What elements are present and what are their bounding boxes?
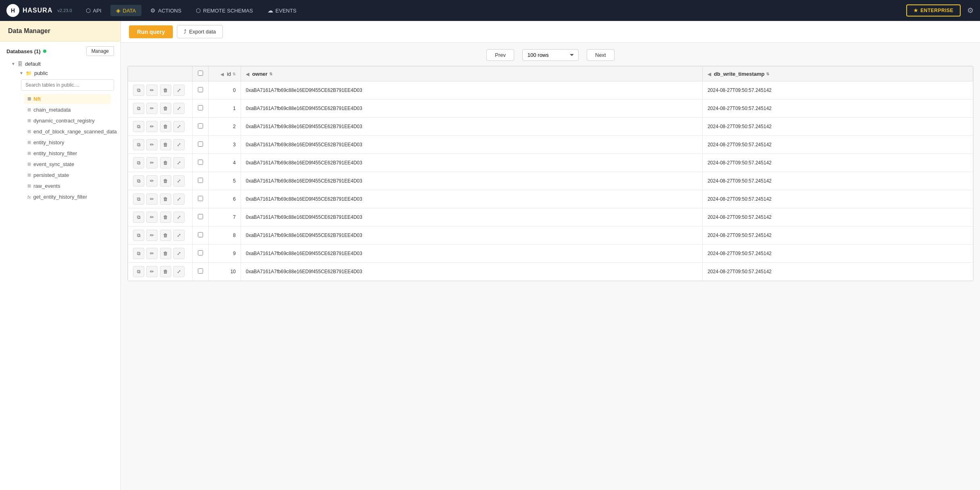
- table-item-chain-metadata[interactable]: ⊞ chain_metadata: [24, 105, 111, 115]
- manage-button[interactable]: Manage: [86, 46, 114, 56]
- clone-button[interactable]: ⧉: [133, 248, 144, 259]
- row-checkbox[interactable]: [198, 160, 203, 165]
- edit-button[interactable]: ✏: [146, 193, 158, 205]
- expand-button[interactable]: ⤢: [173, 85, 185, 96]
- delete-button[interactable]: 🗑: [160, 139, 171, 150]
- delete-button[interactable]: 🗑: [160, 193, 171, 205]
- expand-button[interactable]: ⤢: [173, 121, 185, 132]
- delete-button[interactable]: 🗑: [160, 266, 171, 277]
- main-layout: Data Manager Databases (1) Manage ▼ 🗄 de…: [0, 21, 980, 490]
- tree-item-public[interactable]: ▼ 📁 public: [8, 69, 112, 78]
- table-body: ⧉ ✏ 🗑 ⤢ 0 0xaBA7161A7fb69c88e16ED9f455CE…: [128, 81, 973, 281]
- edit-button[interactable]: ✏: [146, 266, 158, 277]
- row-checkbox[interactable]: [198, 178, 203, 183]
- expand-button[interactable]: ⤢: [173, 266, 185, 277]
- table-item-nft[interactable]: ⊞ Nft: [24, 94, 111, 104]
- delete-button[interactable]: 🗑: [160, 85, 171, 96]
- clone-button[interactable]: ⧉: [133, 193, 144, 205]
- expand-button[interactable]: ⤢: [173, 175, 185, 187]
- row-id: 2: [209, 118, 241, 136]
- clone-button[interactable]: ⧉: [133, 103, 144, 114]
- edit-button[interactable]: ✏: [146, 248, 158, 259]
- expand-button[interactable]: ⤢: [173, 212, 185, 223]
- clone-button[interactable]: ⧉: [133, 175, 144, 187]
- delete-button[interactable]: 🗑: [160, 230, 171, 241]
- delete-button[interactable]: 🗑: [160, 103, 171, 114]
- table-item-persisted-state[interactable]: ⊞ persisted_state: [24, 170, 111, 180]
- chevron-down-icon: ▼: [11, 62, 15, 66]
- edit-button[interactable]: ✏: [146, 85, 158, 96]
- row-db-write-timestamp: 2024-08-27T09:50:57.245142: [702, 226, 973, 245]
- clone-button[interactable]: ⧉: [133, 85, 144, 96]
- nav-api[interactable]: ⬡ API: [80, 5, 107, 16]
- table-header: ◀ id ⇅ ◀ owner ⇅: [128, 66, 973, 81]
- nav-data[interactable]: ◈ DATA: [110, 5, 142, 16]
- table-item-entity-history-filter[interactable]: ⊞ entity_history_filter: [24, 148, 111, 158]
- table-item-entity-history[interactable]: ⊞ entity_history: [24, 137, 111, 147]
- select-all-checkbox[interactable]: [198, 71, 203, 76]
- th-db-write-timestamp[interactable]: ◀ db_write_timestamp ⇅: [702, 66, 973, 81]
- table-item-end-of-block[interactable]: ⊞ end_of_block_range_scanned_data: [24, 127, 111, 137]
- row-checkbox[interactable]: [198, 250, 203, 255]
- search-input[interactable]: [21, 79, 114, 91]
- table-item-get-entity-history-filter[interactable]: fx get_entity_history_filter: [24, 192, 111, 202]
- prev-button[interactable]: Prev: [486, 49, 514, 61]
- edit-button[interactable]: ✏: [146, 175, 158, 187]
- expand-button[interactable]: ⤢: [173, 193, 185, 205]
- expand-button[interactable]: ⤢: [173, 248, 185, 259]
- row-id: 0: [209, 81, 241, 100]
- row-checkbox[interactable]: [198, 105, 203, 110]
- tree-item-default[interactable]: ▼ 🗄 default: [8, 59, 112, 69]
- edit-button[interactable]: ✏: [146, 230, 158, 241]
- nav-remote-schemas[interactable]: ⬡ REMOTE SCHEMAS: [190, 5, 259, 16]
- clone-button[interactable]: ⧉: [133, 266, 144, 277]
- clone-button[interactable]: ⧉: [133, 121, 144, 132]
- nav-events[interactable]: ☁ EVENTS: [262, 5, 302, 16]
- db-tree: ▼ 🗄 default ▼ 📁 public: [6, 59, 114, 78]
- row-checkbox-cell: [193, 190, 209, 208]
- run-query-button[interactable]: Run query: [129, 25, 173, 38]
- main-content: Run query ⤴ Export data Prev 10 rows 25 …: [121, 21, 980, 490]
- table-item-raw-events[interactable]: ⊞ raw_events: [24, 181, 111, 191]
- next-button[interactable]: Next: [587, 49, 615, 61]
- table-item-event-sync-state[interactable]: ⊞ event_sync_state: [24, 159, 111, 169]
- delete-button[interactable]: 🗑: [160, 248, 171, 259]
- settings-icon[interactable]: ⚙: [967, 6, 974, 15]
- edit-button[interactable]: ✏: [146, 139, 158, 150]
- expand-button[interactable]: ⤢: [173, 103, 185, 114]
- row-checkbox[interactable]: [198, 232, 203, 237]
- export-data-button[interactable]: ⤴ Export data: [177, 25, 223, 38]
- clone-button[interactable]: ⧉: [133, 139, 144, 150]
- table-item-dynamic-contract-registry[interactable]: ⊞ dynamic_contract_registry: [24, 116, 111, 126]
- edit-button[interactable]: ✏: [146, 121, 158, 132]
- enterprise-button[interactable]: ★ ENTERPRISE: [906, 4, 961, 17]
- row-checkbox[interactable]: [198, 141, 203, 147]
- col-collapse-arrow-id: ◀: [220, 72, 224, 77]
- th-owner[interactable]: ◀ owner ⇅: [241, 66, 703, 81]
- clone-button[interactable]: ⧉: [133, 157, 144, 168]
- row-actions: ⧉ ✏ 🗑 ⤢: [128, 226, 193, 245]
- row-checkbox[interactable]: [198, 123, 203, 129]
- delete-button[interactable]: 🗑: [160, 157, 171, 168]
- clone-button[interactable]: ⧉: [133, 230, 144, 241]
- delete-button[interactable]: 🗑: [160, 212, 171, 223]
- clone-button[interactable]: ⧉: [133, 212, 144, 223]
- row-checkbox[interactable]: [198, 268, 203, 274]
- th-id[interactable]: ◀ id ⇅: [209, 66, 241, 81]
- delete-button[interactable]: 🗑: [160, 121, 171, 132]
- row-checkbox[interactable]: [198, 214, 203, 219]
- edit-button[interactable]: ✏: [146, 157, 158, 168]
- sidebar-title: Data Manager: [8, 27, 50, 34]
- rows-per-page-select[interactable]: 10 rows 25 rows 50 rows 100 rows: [522, 49, 579, 61]
- ts-sort: db_write_timestamp ⇅: [714, 71, 770, 77]
- expand-button[interactable]: ⤢: [173, 230, 185, 241]
- row-checkbox[interactable]: [198, 87, 203, 92]
- nav-actions[interactable]: ⚙ ACTIONS: [145, 5, 187, 16]
- expand-button[interactable]: ⤢: [173, 139, 185, 150]
- delete-button[interactable]: 🗑: [160, 175, 171, 187]
- edit-button[interactable]: ✏: [146, 103, 158, 114]
- sidebar-db-header: Databases (1) Manage: [6, 46, 114, 56]
- row-checkbox[interactable]: [198, 196, 203, 201]
- edit-button[interactable]: ✏: [146, 212, 158, 223]
- expand-button[interactable]: ⤢: [173, 157, 185, 168]
